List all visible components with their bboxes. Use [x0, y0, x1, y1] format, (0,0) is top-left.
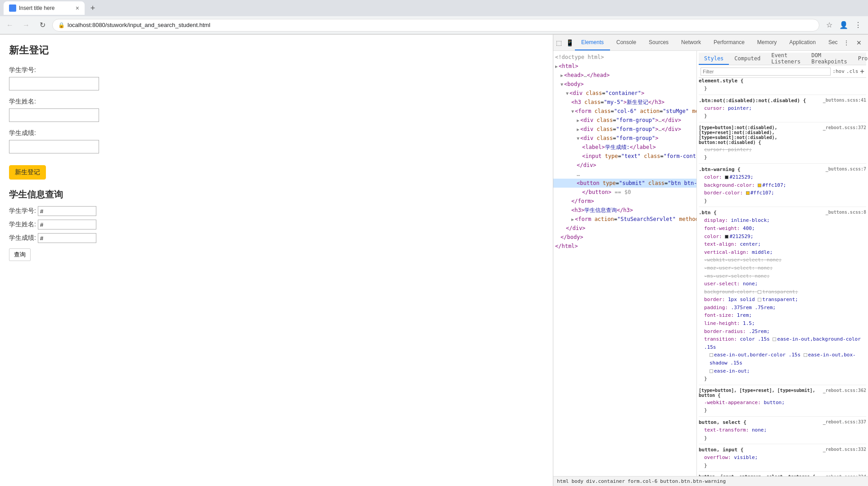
devtools-tab-memory[interactable]: Memory	[751, 35, 783, 50]
devtools-tab-sources[interactable]: Sources	[642, 35, 675, 50]
main-area: 新生登记 学生学号: 学生姓名: 学生成绩: 新生登记 学生信息查询 学生学号:…	[0, 35, 868, 486]
rule-border-color: border-color: #ffc107;	[699, 189, 866, 197]
dom-div-container[interactable]: ▼<div class="container">	[553, 89, 696, 98]
dom-div-formgroup1[interactable]: ▶<div class="form-group">…</div>	[553, 116, 696, 125]
menu-icon[interactable]: ⋮	[852, 19, 864, 32]
browser-tab[interactable]: Insert title here ×	[4, 1, 85, 15]
search-section-title: 学生信息查询	[9, 189, 544, 201]
style-selector-element: element.style {	[699, 78, 866, 84]
dom-form-search[interactable]: ▶<form action="StuSearchServlet" method=…	[553, 215, 696, 224]
query-button[interactable]: 查询	[9, 248, 31, 261]
breadcrumb-button[interactable]: button.btn.btn-warning	[660, 478, 726, 484]
dom-div-formgroup2[interactable]: ▶<div class="form-group">…</div>	[553, 125, 696, 134]
search-input-xuehao[interactable]	[38, 206, 96, 216]
new-tab-button[interactable]: +	[86, 2, 99, 14]
devtools-more-icon[interactable]: ⋮	[841, 37, 852, 48]
input-chengji[interactable]	[9, 140, 99, 153]
page-title: 新生登记	[9, 44, 544, 57]
back-button[interactable]: ←	[4, 19, 16, 32]
devtools-close-icon[interactable]: ✕	[854, 37, 864, 48]
field-xingming: 学生姓名:	[9, 98, 544, 122]
subtab-event-listeners[interactable]: Event Listeners	[766, 53, 806, 65]
devtools-tab-network[interactable]: Network	[675, 35, 707, 50]
devtools-tab-performance[interactable]: Performance	[707, 35, 751, 50]
dom-button-submit[interactable]: <button type="submit" class="btn btn-war…	[553, 179, 696, 188]
styles-filter-input[interactable]	[701, 68, 831, 76]
search-row-chengji: 学生成绩:	[9, 233, 544, 243]
dom-div-close3[interactable]: </div>	[553, 161, 696, 170]
style-selector-btn-disabled: .btn:not(:disabled):not(.disabled) { _bu…	[699, 98, 866, 104]
dom-button-close[interactable]: </button> == $0	[553, 188, 696, 197]
style-rule-cursor-strike: cursor: pointer;	[699, 146, 866, 154]
style-block-btn-warning: .btn-warning { _buttons.scss:7 color: #2…	[699, 166, 866, 207]
style-block-type-btn: [type=button]:not(:disabled), [type=rese…	[699, 125, 866, 164]
devtools-tab-application[interactable]: Application	[783, 35, 822, 50]
hov-button[interactable]: :hov	[832, 68, 845, 74]
breadcrumb-div-container[interactable]: div.container	[586, 478, 625, 484]
rule-bg-color: background-color: #ffc107;	[699, 181, 866, 189]
field-chengji: 学生成绩:	[9, 129, 544, 153]
devtools-tab-console[interactable]: Console	[610, 35, 642, 50]
search-input-xingming[interactable]	[38, 220, 96, 230]
dom-html[interactable]: ▶<html>	[553, 62, 696, 71]
reload-button[interactable]: ↻	[36, 19, 49, 32]
devtools-inspect-icon[interactable]: ⬚	[553, 37, 564, 48]
tab-close-button[interactable]: ×	[76, 4, 79, 12]
address-bar[interactable]: 🔒 localhost:8080/stuwork/input_and_searc…	[52, 19, 819, 32]
dom-form-register[interactable]: ▼<form class="col-6" action="stuMge" met…	[553, 107, 696, 116]
lock-icon: 🔒	[58, 22, 65, 28]
styles-filter-row: :hov .cls +	[699, 65, 866, 78]
search-label-xuehao: 学生学号:	[9, 207, 36, 215]
search-input-chengji[interactable]	[38, 233, 96, 243]
input-xingming[interactable]	[9, 108, 99, 122]
breadcrumb-html[interactable]: html	[557, 478, 569, 484]
cls-button[interactable]: .cls	[846, 68, 859, 74]
subtab-dom-breakpoints[interactable]: DOM Breakpoints	[806, 53, 852, 65]
breadcrumb-body[interactable]: body	[572, 478, 584, 484]
subtab-computed[interactable]: Computed	[729, 53, 766, 65]
label-xingming: 学生姓名:	[9, 98, 544, 106]
tab-bar: Insert title here × +	[0, 0, 868, 16]
dom-div-container-close[interactable]: </div>	[553, 224, 696, 233]
devtools-topbar: ⬚ 📱 Elements Console Sources Network Per…	[553, 35, 868, 51]
dom-div-formgroup3[interactable]: ▼<div class="form-group">	[553, 134, 696, 143]
subtab-styles[interactable]: Styles	[699, 53, 729, 65]
forward-button[interactable]: →	[20, 19, 32, 32]
dom-body-close[interactable]: </body>	[553, 233, 696, 242]
devtools-tab-elements[interactable]: Elements	[575, 35, 610, 50]
submit-button[interactable]: 新生登记	[9, 165, 46, 180]
devtools-subtabs: Styles Computed Event Listeners DOM Brea…	[699, 53, 866, 65]
devtools-panel: ⬚ 📱 Elements Console Sources Network Per…	[553, 35, 868, 486]
browser-toolbar: ← → ↻ 🔒 localhost:8080/stuwork/input_and…	[0, 16, 868, 34]
style-block-button-input: button, input {_reboot.scss:332 overflow…	[699, 447, 866, 472]
input-xuehao[interactable]	[9, 77, 99, 90]
bookmark-icon[interactable]: ☆	[823, 19, 836, 32]
add-style-button[interactable]: +	[860, 67, 864, 76]
dom-html-close[interactable]: </html>	[553, 242, 696, 251]
dom-label-stumark[interactable]: <label>学生成绩:</label>	[553, 143, 696, 152]
dom-h3-title[interactable]: <h3 class="my-5">新生登记</h3>	[553, 98, 696, 107]
dom-form-close[interactable]: </form>	[553, 197, 696, 206]
dom-head[interactable]: ▶<head>…</head>	[553, 71, 696, 80]
search-row-xuehao: 学生学号:	[9, 206, 544, 216]
dom-body[interactable]: ▼<body>	[553, 80, 696, 89]
page-content: 新生登记 学生学号: 学生姓名: 学生成绩: 新生登记 学生信息查询 学生学号:…	[0, 35, 553, 486]
profile-icon[interactable]: 👤	[837, 19, 850, 32]
dom-input-stumark[interactable]: <input type="text" class="form-control" …	[553, 152, 696, 161]
elements-dom-tree[interactable]: <!doctype html> ▶<html> ▶<head>…</head> …	[553, 51, 697, 476]
style-block-btn-disabled: .btn:not(:disabled):not(.disabled) { _bu…	[699, 98, 866, 122]
style-rule-element: }	[699, 85, 866, 93]
devtools-body: <!doctype html> ▶<html> ▶<head>…</head> …	[553, 51, 868, 476]
devtools-topbar-icons: ⋮ ✕	[837, 37, 868, 48]
style-selector-type-btn: [type=button]:not(:disabled), [type=rese…	[699, 125, 866, 145]
tab-title: Insert title here	[19, 5, 73, 11]
dom-h3-search[interactable]: <h3>学生信息查询</h3>	[553, 206, 696, 215]
breadcrumb-form[interactable]: form.col-6	[628, 478, 657, 484]
subtab-properties[interactable]: Properties	[853, 53, 868, 65]
devtools-tab-security[interactable]: Security	[822, 35, 837, 50]
style-rule-cursor: cursor: pointer;	[699, 104, 866, 112]
devtools-device-icon[interactable]: 📱	[564, 37, 575, 48]
label-chengji: 学生成绩:	[9, 129, 544, 137]
dom-doctype[interactable]: <!doctype html>	[553, 53, 696, 62]
style-rule-close2: }	[699, 153, 866, 162]
